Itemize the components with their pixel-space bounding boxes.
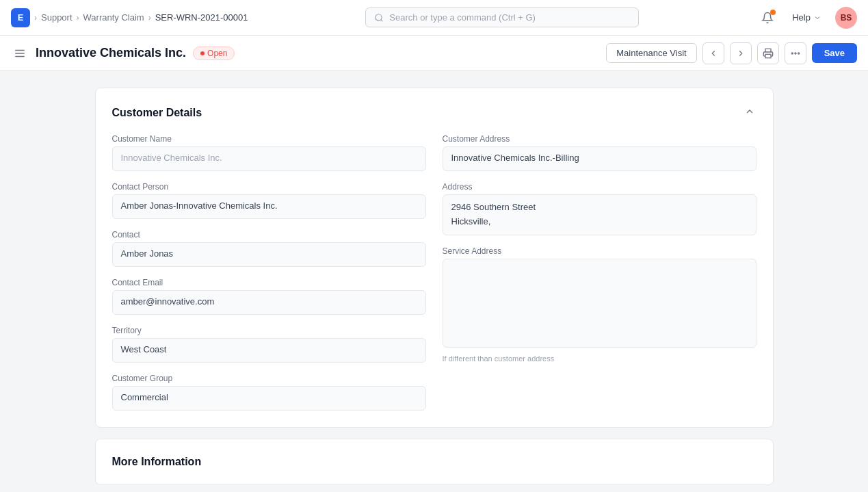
search-icon — [374, 13, 384, 23]
svg-point-5 — [791, 53, 793, 54]
customer-group-input[interactable]: Commercial — [112, 386, 426, 411]
breadcrumb-separator-3: › — [148, 13, 151, 23]
ellipsis-icon — [790, 48, 801, 59]
customer-address-input[interactable]: Innovative Chemicals Inc.-Billing — [443, 146, 757, 171]
customer-name-input[interactable]: Innovative Chemicals Inc. — [112, 146, 426, 171]
secondary-right: Maintenance Visit Save — [606, 42, 857, 64]
search-placeholder: Search or type a command (Ctrl + G) — [389, 12, 536, 23]
customer-details-section: Customer Details Customer Name Innovativ… — [95, 88, 774, 428]
status-text: Open — [207, 49, 227, 58]
main-content: Customer Details Customer Name Innovativ… — [79, 71, 790, 492]
chevron-right-icon — [736, 49, 746, 58]
hamburger-icon — [14, 47, 26, 60]
next-button[interactable] — [730, 42, 752, 64]
address-label: Address — [443, 182, 757, 192]
contact-person-input[interactable]: Amber Jonas-Innovative Chemicals Inc. — [112, 194, 426, 219]
contact-email-input[interactable]: amber@innovative.com — [112, 290, 426, 315]
search-bar[interactable]: Search or type a command (Ctrl + G) — [365, 8, 639, 27]
service-address-group: Service Address If different than custom… — [443, 246, 757, 363]
chevron-up-icon — [744, 106, 755, 117]
address-line2: Hicksville, — [451, 215, 748, 229]
section-header: Customer Details — [112, 105, 757, 120]
territory-input[interactable]: West Coast — [112, 338, 426, 363]
print-icon — [763, 48, 774, 59]
status-badge: Open — [193, 47, 235, 60]
breadcrumb-current: SER-WRN-2021-00001 — [155, 12, 248, 23]
more-options-button[interactable] — [785, 42, 806, 64]
svg-point-0 — [376, 14, 382, 20]
svg-point-6 — [795, 53, 796, 54]
territory-label: Territory — [112, 326, 426, 335]
customer-name-group: Customer Name Innovative Chemicals Inc. — [112, 134, 426, 171]
topnav-actions: Help BS — [757, 7, 857, 29]
secondary-left: Innovative Chemicals Inc. Open — [11, 44, 235, 62]
help-button[interactable]: Help — [787, 10, 827, 25]
form-grid: Customer Name Innovative Chemicals Inc. … — [112, 134, 757, 411]
address-line1: 2946 Southern Street — [451, 200, 748, 215]
breadcrumb-separator-2: › — [77, 13, 79, 23]
status-dot — [200, 51, 205, 55]
contact-person-label: Contact Person — [112, 182, 426, 192]
prev-button[interactable] — [702, 42, 724, 64]
svg-rect-4 — [765, 54, 771, 57]
service-address-label: Service Address — [443, 246, 757, 256]
print-button[interactable] — [757, 42, 779, 64]
service-address-hint: If different than customer address — [443, 354, 757, 363]
more-info-section: More Information — [95, 439, 774, 485]
secondary-header: Innovative Chemicals Inc. Open Maintenan… — [0, 36, 868, 71]
app-icon[interactable]: E — [11, 8, 30, 27]
more-info-title: More Information — [112, 456, 202, 467]
breadcrumb-separator-1: › — [34, 13, 37, 23]
breadcrumb-warranty-claim[interactable]: Warranty Claim — [83, 12, 144, 23]
save-button[interactable]: Save — [812, 43, 857, 63]
customer-name-label: Customer Name — [112, 134, 426, 144]
maintenance-visit-button[interactable]: Maintenance Visit — [606, 43, 696, 63]
customer-address-label: Customer Address — [443, 134, 757, 144]
search-container[interactable]: Search or type a command (Ctrl + G) — [365, 8, 639, 27]
form-col-right: Customer Address Innovative Chemicals In… — [443, 134, 757, 411]
page-title: Innovative Chemicals Inc. — [36, 46, 186, 60]
contact-person-group: Contact Person Amber Jonas-Innovative Ch… — [112, 182, 426, 219]
customer-group-group: Customer Group Commercial — [112, 374, 426, 411]
section-title: Customer Details — [112, 107, 202, 119]
contact-email-label: Contact Email — [112, 278, 426, 287]
breadcrumb: E › Support › Warranty Claim › SER-WRN-2… — [11, 8, 248, 27]
breadcrumb-support[interactable]: Support — [41, 12, 73, 23]
contact-email-group: Contact Email amber@innovative.com — [112, 278, 426, 315]
notification-dot — [770, 10, 776, 15]
service-address-input[interactable] — [443, 259, 757, 348]
address-display: 2946 Southern Street Hicksville, — [443, 194, 757, 235]
address-group: Address 2946 Southern Street Hicksville, — [443, 182, 757, 235]
contact-group: Contact Amber Jonas — [112, 230, 426, 267]
form-col-left: Customer Name Innovative Chemicals Inc. … — [112, 134, 426, 411]
chevron-left-icon — [709, 49, 718, 58]
avatar[interactable]: BS — [835, 7, 857, 29]
contact-input[interactable]: Amber Jonas — [112, 242, 426, 267]
collapse-button[interactable] — [743, 105, 757, 120]
territory-group: Territory West Coast — [112, 326, 426, 363]
customer-address-group: Customer Address Innovative Chemicals In… — [443, 134, 757, 171]
customer-group-label: Customer Group — [112, 374, 426, 383]
notification-button[interactable] — [757, 7, 778, 29]
svg-point-7 — [798, 53, 799, 54]
chevron-down-icon — [813, 14, 821, 22]
top-navigation: E › Support › Warranty Claim › SER-WRN-2… — [0, 0, 868, 36]
hamburger-button[interactable] — [11, 44, 29, 62]
contact-label: Contact — [112, 230, 426, 239]
help-label: Help — [792, 12, 811, 23]
